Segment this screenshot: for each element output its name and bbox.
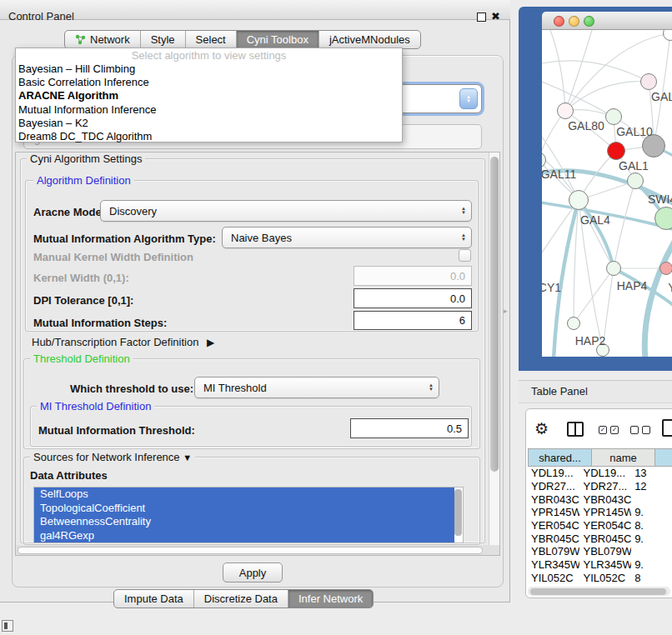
panel-splitter-handle[interactable]: ▸ [504,307,508,315]
column-header-shared-name[interactable]: shared... [528,448,592,467]
table-cell: 8 [631,572,672,584]
manual-kernel-checkbox[interactable] [459,249,471,262]
table-row[interactable]: YPR145WYPR145W9. [528,506,672,519]
maximize-window-icon[interactable] [584,16,594,27]
tab-discretize-data-label: Discretize Data [204,592,278,605]
mi-steps-input[interactable]: 6 [354,311,472,330]
mi-threshold-value: 0.5 [447,422,462,435]
algorithm-option[interactable]: ARACNE Algorithm [16,89,402,102]
table-cell: YBR043C [579,493,631,506]
network-node[interactable] [567,317,580,330]
algorithm-dropdown-popup: Select algorithm to view settings Bayesi… [15,48,403,142]
tab-jactivemnodules[interactable]: jActiveMNodules [319,31,420,48]
table-cell: YLR345W [579,558,631,571]
tab-jactivemnodules-label: jActiveMNodules [329,33,410,46]
which-threshold-combo[interactable]: MI Threshold ▲▼ [194,377,439,398]
select-all-columns-icon[interactable]: ✓✓ [599,426,619,434]
table-cell: 13 [631,467,672,479]
tab-impute-data[interactable]: Impute Data [114,590,194,608]
tab-select[interactable]: Select [186,31,237,48]
minimize-window-icon[interactable] [569,16,579,27]
network-node-label: HAP4 [617,279,648,292]
network-node[interactable] [605,108,622,125]
network-node[interactable] [557,102,574,119]
aracne-mode-combo[interactable]: Discovery ▲▼ [100,200,472,222]
table-cell: YBL079W [579,545,631,558]
hub-definition-toggle[interactable]: Hub/Transcription Factor Definition ▶ [32,336,214,348]
data-attribute-item[interactable]: SelfLoops [34,488,454,502]
network-canvas[interactable]: GALGAL80GAL10GAL1GAL11SWI4GAL4GCY1HAP4YH… [542,30,672,357]
table-cell: 9. [631,558,672,571]
tab-network[interactable]: Network [65,31,141,48]
network-node[interactable] [640,73,657,90]
network-node-label: GAL4 [580,213,610,227]
network-node-label: GAL10 [616,125,653,138]
mi-type-combo[interactable]: Naive Bayes ▲▼ [222,227,472,248]
settings-vertical-scrollbar-thumb[interactable] [490,157,499,472]
dock-panel-icon[interactable] [2,620,13,632]
show-columns-icon[interactable] [567,422,584,437]
tab-style-label: Style [151,33,175,46]
network-node[interactable] [654,207,672,230]
dropdown-placeholder: Select algorithm to view settings [16,48,402,62]
tab-discretize-data[interactable]: Discretize Data [194,590,288,608]
network-node[interactable] [569,190,589,210]
table-horizontal-scrollbar-thumb[interactable] [530,588,666,595]
application-root: Control Panel ✖ Network Style Select Cyn… [0,0,672,635]
control-panel-title: Control Panel [8,10,74,22]
float-panel-icon[interactable] [477,12,486,22]
gear-icon[interactable]: ⚙ [534,419,549,438]
data-attributes-list[interactable]: SelfLoopsTopologicalCoefficientBetweenne… [33,487,464,543]
hub-definition-label: Hub/Transcription Factor Definition [32,336,198,348]
combo-arrows-icon: ▲▼ [429,383,434,392]
control-panel-tabs: Network Style Select Cyni Toolbox jActiv… [64,30,421,49]
dpi-tolerance-input[interactable]: 0.0 [354,288,472,308]
algorithm-option[interactable]: Bayesian – Hill Climbing [16,62,402,76]
mi-steps-value: 6 [459,314,465,327]
kernel-width-input[interactable]: 0.0 [354,266,472,286]
close-panel-icon[interactable]: ✖ [491,10,500,22]
mi-threshold-input[interactable]: 0.5 [350,418,469,438]
table-cell: YDL19... [579,467,631,479]
table-cell: YBR043C [528,493,579,506]
algorithm-option[interactable]: Bayesian – K2 [16,117,402,130]
table-row[interactable]: YDR27...YDR27...12 [528,480,672,493]
new-table-icon[interactable] [662,419,672,437]
apply-button[interactable]: Apply [223,562,283,582]
network-node[interactable] [627,172,644,189]
column-header-name[interactable]: name [592,448,655,467]
network-node-label: HAP2 [575,334,606,348]
column-header-clipped[interactable] [655,448,672,467]
tab-cyni-toolbox[interactable]: Cyni Toolbox [237,31,319,48]
manual-kernel-label: Manual Kernel Width Definition [33,251,193,263]
tab-impute-data-label: Impute Data [124,592,183,605]
tab-infer-network[interactable]: Infer Network [288,590,373,608]
table-row[interactable]: YIL052CYIL052C8 [528,572,672,585]
which-threshold-label: Which threshold to use: [70,382,193,395]
algorithm-option[interactable]: Mutual Information Inference [16,103,402,117]
table-row[interactable]: YBR045CYBR045C9. [528,532,672,545]
algorithm-option[interactable]: Dream8 DC_TDC Algorithm [16,130,402,143]
table-row[interactable]: YBL079WYBL079W [528,545,672,558]
data-attribute-item[interactable]: BetweennessCentrality [34,515,454,529]
tab-style[interactable]: Style [141,31,186,48]
network-node[interactable] [607,142,625,160]
tab-select-label: Select [196,33,226,46]
data-attribute-item[interactable]: TopologicalCoefficient [34,502,454,516]
table-cell: YDL19... [528,467,579,479]
network-node[interactable] [659,262,672,275]
settings-horizontal-scrollbar-thumb[interactable] [18,547,483,554]
deselect-all-columns-icon[interactable] [630,426,650,434]
sources-group-label[interactable]: Sources for Network Inference ▼ [30,451,195,463]
table-row[interactable]: YBR043CYBR043C [528,492,672,506]
table-row[interactable]: YDL19...YDL19...13 [528,467,672,480]
attribute-list-scrollbar[interactable] [454,489,462,536]
network-node[interactable] [606,261,621,276]
table-cell: YBL079W [528,545,579,558]
apply-button-label: Apply [239,567,267,579]
algorithm-option[interactable]: Basic Correlation Inference [16,76,402,89]
close-window-icon[interactable] [554,16,564,27]
table-row[interactable]: YLR345WYLR345W9. [528,558,672,572]
table-row[interactable]: YER054CYER054C8. [528,519,672,532]
data-attribute-item[interactable]: gal4RGexp [34,529,454,543]
